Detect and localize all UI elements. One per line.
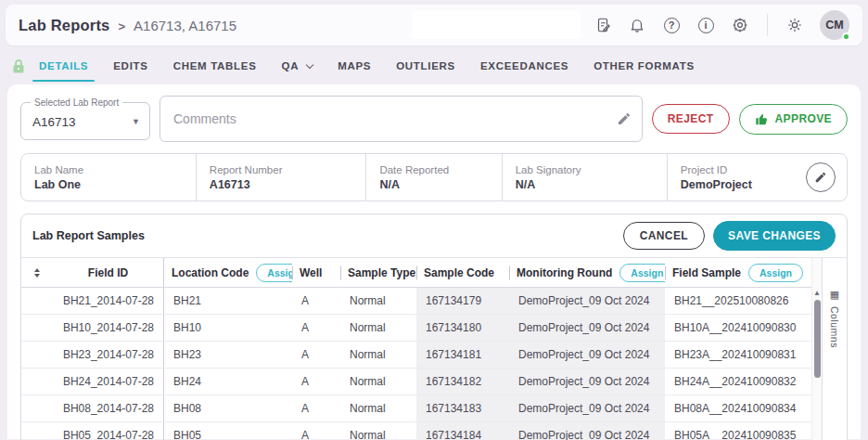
column-header-field-id[interactable]: Field ID bbox=[53, 258, 164, 287]
cell-field-sample: BH10A__202410090830 bbox=[665, 315, 811, 341]
samples-table-body: BH21_2014-07-28BH21ANormal167134179DemoP… bbox=[21, 288, 811, 440]
notifications-bell-icon[interactable] bbox=[628, 16, 646, 34]
header-icon-group: ? i CM bbox=[594, 10, 849, 40]
table-row[interactable]: BH21_2014-07-28BH21ANormal167134179DemoP… bbox=[21, 288, 811, 315]
search-input[interactable] bbox=[412, 11, 581, 39]
table-row[interactable]: BH24_2014-07-28BH24ANormal167134182DemoP… bbox=[21, 369, 811, 395]
header-divider bbox=[767, 14, 768, 36]
info-label: Report Number bbox=[210, 164, 353, 175]
info-value: A16713 bbox=[210, 178, 353, 191]
column-header-location-code[interactable]: Location CodeAssign bbox=[164, 258, 292, 287]
comments-input[interactable] bbox=[160, 96, 643, 142]
column-header-sample-code[interactable]: Sample Code bbox=[416, 258, 509, 287]
lab-report-samples-panel: Lab Report Samples CANCEL SAVE CHANGES F… bbox=[20, 214, 848, 440]
columns-panel-label: Columns bbox=[829, 306, 840, 348]
tab-label: EXCEEDANCES bbox=[480, 60, 568, 71]
cell-monitoring-round: DemoProject_09 Oct 2024 bbox=[509, 342, 665, 368]
scroll-up-arrow-icon[interactable]: ▲ bbox=[813, 290, 821, 297]
column-header-label: Sample Code bbox=[424, 266, 494, 279]
cancel-label: CANCEL bbox=[640, 229, 688, 242]
save-changes-button[interactable]: SAVE CHANGES bbox=[713, 221, 836, 251]
cell-location-code: BH08 bbox=[164, 395, 292, 421]
cell-sample-code: 167134184 bbox=[416, 422, 509, 440]
tab-chem-tables[interactable]: CHEM TABLES bbox=[173, 47, 257, 84]
breadcrumb-root[interactable]: Lab Reports bbox=[19, 17, 109, 34]
cell-field-sample: BH21__202510080826 bbox=[665, 288, 811, 314]
reject-label: REJECT bbox=[668, 112, 714, 125]
tab-bar: DETAILSEDITSCHEM TABLESQAMAPSOUTLIERSEXC… bbox=[39, 47, 695, 84]
tab-label: DETAILS bbox=[39, 60, 88, 71]
column-header-sample-type[interactable]: Sample Type bbox=[340, 258, 416, 287]
sort-header-cell bbox=[21, 258, 53, 287]
cell-well: A bbox=[292, 395, 340, 421]
info-value: Lab One bbox=[34, 178, 183, 191]
assign-button-location-code[interactable]: Assign bbox=[256, 264, 292, 282]
comments-pencil-icon[interactable] bbox=[617, 111, 632, 126]
cell-field-id: BH08_2014-07-28 bbox=[53, 395, 164, 421]
info-value: N/A bbox=[379, 178, 488, 191]
settings-gear-icon[interactable] bbox=[731, 16, 749, 34]
cell-monitoring-round: DemoProject_09 Oct 2024 bbox=[509, 422, 665, 440]
table-row[interactable]: BH10_2014-07-28BH10ANormal167134180DemoP… bbox=[21, 315, 811, 342]
cell-well: A bbox=[292, 422, 340, 440]
tab-row: DETAILSEDITSCHEM TABLESQAMAPSOUTLIERSEXC… bbox=[0, 47, 868, 84]
tab-outliers[interactable]: OUTLIERS bbox=[396, 47, 455, 84]
cell-sample-type: Normal bbox=[340, 288, 416, 314]
assign-button-field-sample[interactable]: Assign bbox=[748, 264, 803, 282]
cell-monitoring-round: DemoProject_09 Oct 2024 bbox=[509, 395, 665, 421]
sort-icon[interactable] bbox=[34, 268, 40, 278]
tab-label: MAPS bbox=[338, 60, 371, 71]
breadcrumb: Lab Reports > A16713, A16715 bbox=[19, 17, 236, 34]
info-label: Lab Name bbox=[34, 164, 183, 175]
cell-well: A bbox=[292, 288, 340, 314]
select-caret-icon: ▼ bbox=[132, 117, 140, 126]
user-avatar[interactable]: CM bbox=[820, 10, 849, 40]
tab-edits[interactable]: EDITS bbox=[113, 47, 147, 84]
edit-document-icon[interactable] bbox=[594, 16, 612, 34]
cancel-button[interactable]: CANCEL bbox=[623, 222, 705, 250]
breadcrumb-separator: > bbox=[118, 19, 125, 33]
cell-sample-type: Normal bbox=[340, 422, 416, 440]
cell-monitoring-round: DemoProject_09 Oct 2024 bbox=[509, 288, 665, 314]
column-header-well[interactable]: Well bbox=[292, 258, 340, 287]
chevron-down-icon bbox=[306, 60, 313, 68]
column-header-monitoring-round[interactable]: Monitoring RoundAssign bbox=[509, 258, 665, 287]
tab-maps[interactable]: MAPS bbox=[338, 47, 371, 84]
table-row[interactable]: BH05_2014-07-28BH05ANormal167134184DemoP… bbox=[21, 422, 811, 440]
column-header-field-sample[interactable]: Field SampleAssign bbox=[665, 258, 811, 287]
column-header-label: Field ID bbox=[88, 266, 128, 279]
cell-field-id: BH24_2014-07-28 bbox=[53, 369, 164, 395]
vertical-scrollbar[interactable]: ▲ bbox=[811, 258, 822, 440]
selected-lab-report-select[interactable]: Selected Lab Report A16713 ▼ bbox=[20, 97, 150, 140]
selected-lab-report-value: A16713 bbox=[32, 115, 76, 129]
samples-table-header-row: Field IDLocation CodeAssignWellSample Ty… bbox=[21, 258, 811, 288]
cell-well: A bbox=[292, 315, 340, 341]
avatar-initials: CM bbox=[825, 19, 843, 32]
table-row[interactable]: BH23_2014-07-28BH23ANormal167134181DemoP… bbox=[21, 342, 811, 369]
help-icon[interactable]: ? bbox=[662, 16, 681, 34]
cell-sample-type: Normal bbox=[340, 342, 416, 368]
tab-qa[interactable]: QA bbox=[282, 47, 313, 84]
cell-field-sample: BH23A__202410090831 bbox=[665, 342, 811, 368]
reject-button[interactable]: REJECT bbox=[652, 104, 730, 134]
assign-button-monitoring-round[interactable]: Assign bbox=[619, 264, 665, 282]
info-field-report-number: Report NumberA16713 bbox=[197, 154, 367, 201]
tab-exceedances[interactable]: EXCEEDANCES bbox=[480, 47, 568, 84]
info-label: Lab Signatory bbox=[516, 164, 654, 175]
columns-side-panel-toggle[interactable]: ▦ Columns bbox=[822, 258, 847, 440]
approve-button[interactable]: APPROVE bbox=[739, 104, 848, 135]
edit-report-info-button[interactable] bbox=[806, 162, 836, 192]
scrollbar-thumb[interactable] bbox=[814, 300, 821, 378]
samples-panel-title: Lab Report Samples bbox=[32, 229, 145, 242]
tab-details[interactable]: DETAILS bbox=[39, 47, 88, 84]
info-field-lab-signatory: Lab SignatoryN/A bbox=[503, 154, 668, 201]
table-row[interactable]: BH08_2014-07-28BH08ANormal167134183DemoP… bbox=[21, 395, 811, 422]
samples-panel-header: Lab Report Samples CANCEL SAVE CHANGES bbox=[21, 214, 847, 257]
cell-sample-type: Normal bbox=[340, 369, 416, 395]
tab-other-formats[interactable]: OTHER FORMATS bbox=[594, 47, 695, 84]
tab-label: CHEM TABLES bbox=[173, 60, 257, 71]
row-spacer-cell bbox=[21, 395, 53, 421]
info-icon[interactable]: i bbox=[696, 16, 715, 34]
tab-label: OTHER FORMATS bbox=[594, 60, 695, 71]
brightness-icon[interactable] bbox=[785, 16, 804, 34]
